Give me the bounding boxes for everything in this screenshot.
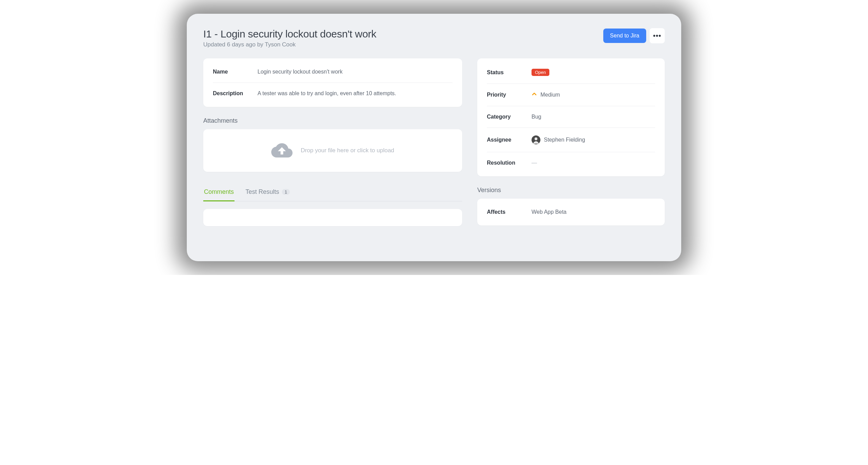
tab-test-results-label: Test Results	[245, 188, 279, 196]
affects-label: Affects	[487, 209, 532, 215]
status-row: Status Open	[487, 61, 655, 84]
resolution-row: Resolution —	[487, 152, 655, 174]
assignee-label: Assignee	[487, 137, 532, 143]
tab-comments-label: Comments	[204, 188, 234, 196]
priority-text: Medium	[540, 92, 560, 98]
page-subtitle: Updated 6 days ago by Tyson Cook	[203, 41, 376, 48]
chevron-up-icon	[532, 91, 537, 98]
priority-row: Priority Medium	[487, 84, 655, 106]
priority-value[interactable]: Medium	[532, 91, 560, 98]
meta-card: Status Open Priority Medium Categor	[477, 58, 665, 176]
test-results-count-badge: 1	[282, 189, 290, 195]
tab-comments[interactable]: Comments	[203, 185, 235, 201]
dropzone-text: Drop your file here or click to upload	[301, 147, 394, 154]
tab-test-results[interactable]: Test Results 1	[245, 185, 290, 201]
name-label: Name	[213, 69, 258, 75]
attachments-title: Attachments	[203, 117, 462, 124]
assignee-row: Assignee Stephen Fielding	[487, 128, 655, 152]
resolution-value[interactable]: —	[532, 160, 537, 166]
affects-value[interactable]: Web App Beta	[532, 209, 567, 215]
avatar	[532, 135, 540, 144]
status-badge: Open	[532, 69, 549, 76]
status-value[interactable]: Open	[532, 69, 549, 76]
cloud-upload-icon	[271, 142, 293, 159]
issue-detail-window: I1 - Login security lockout doesn't work…	[187, 14, 681, 261]
status-label: Status	[487, 69, 532, 76]
more-actions-button[interactable]: •••	[650, 28, 665, 43]
header-left: I1 - Login security lockout doesn't work…	[203, 28, 376, 48]
description-value: A tester was able to try and login, even…	[258, 90, 396, 97]
category-label: Category	[487, 114, 532, 120]
content-columns: Name Login security lockout doesn't work…	[203, 58, 665, 226]
details-card: Name Login security lockout doesn't work…	[203, 58, 462, 107]
svg-point-1	[535, 137, 537, 140]
tabs: Comments Test Results 1	[203, 185, 462, 201]
name-row: Name Login security lockout doesn't work	[213, 61, 453, 83]
resolution-label: Resolution	[487, 160, 532, 166]
page-header: I1 - Login security lockout doesn't work…	[203, 28, 665, 48]
affects-row: Affects Web App Beta	[487, 201, 655, 223]
description-label: Description	[213, 90, 258, 97]
page-title: I1 - Login security lockout doesn't work	[203, 28, 376, 40]
name-value: Login security lockout doesn't work	[258, 69, 343, 75]
assignee-value[interactable]: Stephen Fielding	[532, 135, 585, 144]
category-row: Category Bug	[487, 106, 655, 128]
comment-input-box[interactable]	[203, 209, 462, 226]
assignee-name: Stephen Fielding	[544, 137, 585, 143]
category-value[interactable]: Bug	[532, 114, 541, 120]
left-column: Name Login security lockout doesn't work…	[203, 58, 462, 226]
header-actions: Send to Jira •••	[603, 28, 665, 43]
priority-label: Priority	[487, 92, 532, 98]
versions-title: Versions	[477, 187, 665, 194]
description-row: Description A tester was able to try and…	[213, 83, 453, 104]
attachments-dropzone[interactable]: Drop your file here or click to upload	[203, 129, 462, 172]
versions-card: Affects Web App Beta	[477, 199, 665, 225]
right-column: Status Open Priority Medium Categor	[477, 58, 665, 226]
more-icon: •••	[653, 32, 661, 40]
send-to-jira-button[interactable]: Send to Jira	[603, 29, 646, 43]
